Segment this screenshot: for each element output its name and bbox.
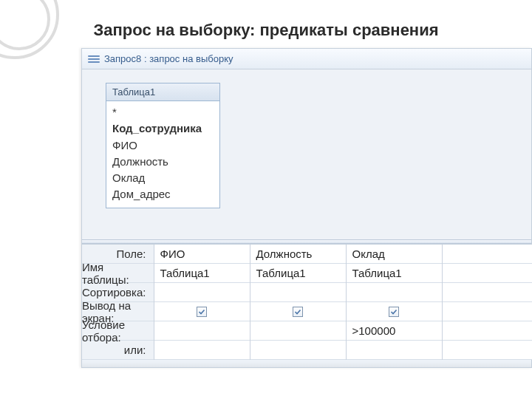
checkbox-checked-icon[interactable] — [389, 307, 399, 317]
cell-empty[interactable] — [443, 302, 533, 321]
cell-empty[interactable] — [443, 321, 533, 341]
cell-table[interactable]: Таблица1 — [250, 264, 346, 283]
tables-pane[interactable]: Таблица1 * Код_сотрудника ФИО Должность … — [82, 69, 531, 239]
cell-field[interactable]: Оклад — [347, 245, 442, 264]
cell-criteria[interactable] — [154, 321, 250, 341]
cell-sort[interactable] — [250, 283, 346, 302]
cell-table[interactable]: Таблица1 — [347, 264, 442, 283]
cell-show[interactable] — [347, 302, 442, 321]
label-criteria: Условие отбора: — [82, 321, 154, 341]
field-address[interactable]: Дом_адрес — [106, 186, 219, 202]
qbe-col-empty — [442, 245, 533, 360]
checkbox-checked-icon[interactable] — [197, 307, 207, 317]
field-all[interactable]: * — [106, 104, 219, 120]
cell-sort[interactable] — [154, 283, 250, 302]
field-position[interactable]: Должность — [106, 154, 219, 170]
cell-criteria[interactable]: >100000 — [347, 321, 442, 341]
query-design-window: Запрос8 : запрос на выборку Таблица1 * К… — [81, 48, 532, 368]
field-fio[interactable]: ФИО — [106, 137, 219, 154]
field-pk[interactable]: Код_сотрудника — [106, 120, 219, 137]
checkbox-checked-icon[interactable] — [293, 307, 303, 317]
table-field-list: * Код_сотрудника ФИО Должность Оклад Дом… — [106, 101, 219, 208]
cell-empty[interactable] — [443, 283, 533, 302]
cell-table[interactable]: Таблица1 — [154, 264, 250, 283]
qbe-col-1: ФИО Таблица1 — [154, 245, 250, 360]
cell-or[interactable] — [154, 341, 250, 360]
cell-or[interactable] — [250, 341, 346, 360]
window-titlebar[interactable]: Запрос8 : запрос на выборку — [82, 49, 531, 69]
qbe-columns: ФИО Таблица1 Должность Таблица1 — [154, 245, 533, 360]
cell-empty[interactable] — [443, 341, 533, 360]
cell-show[interactable] — [154, 302, 250, 321]
qbe-col-2: Должность Таблица1 — [250, 245, 346, 360]
qbe-col-3: Оклад Таблица1 >100000 — [346, 245, 442, 360]
cell-sort[interactable] — [347, 283, 442, 302]
cell-show[interactable] — [250, 302, 346, 321]
datasheet-icon — [88, 54, 100, 64]
window-title-text: Запрос8 : запрос на выборку — [104, 53, 233, 64]
label-table: Имя таблицы: — [82, 264, 154, 283]
qbe-grid: Поле: Имя таблицы: Сортировка: Вывод на … — [82, 244, 531, 360]
cell-field[interactable]: Должность — [250, 245, 346, 264]
cell-field[interactable]: ФИО — [154, 245, 250, 264]
label-or: или: — [82, 341, 154, 360]
table-card-title[interactable]: Таблица1 — [106, 83, 219, 101]
qbe-row-labels: Поле: Имя таблицы: Сортировка: Вывод на … — [82, 245, 154, 360]
slide-title: Запрос на выборку: предикаты сравнения — [0, 21, 532, 40]
cell-or[interactable] — [347, 341, 442, 360]
field-salary[interactable]: Оклад — [106, 170, 219, 186]
table-card[interactable]: Таблица1 * Код_сотрудника ФИО Должность … — [106, 83, 220, 208]
cell-empty[interactable] — [443, 245, 533, 264]
cell-criteria[interactable] — [250, 321, 346, 341]
shadow-decoration — [82, 361, 531, 367]
cell-empty[interactable] — [443, 264, 533, 283]
